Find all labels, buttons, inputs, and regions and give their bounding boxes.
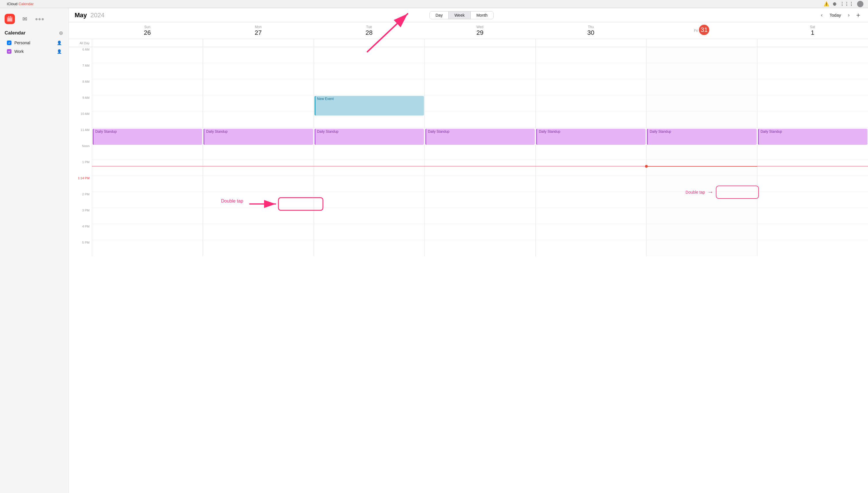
day-col-wed[interactable]: Daily Standup [425,47,535,256]
hour-sun-5pm [92,224,203,240]
day-col-sat[interactable]: Daily Standup [757,47,868,256]
event-standup-mon[interactable]: Daily Standup [204,129,313,145]
event-standup-tue[interactable]: Daily Standup [315,129,424,145]
hour-sun-10 [92,111,203,128]
prev-button[interactable]: ‹ [819,11,825,19]
event-standup-wed[interactable]: Daily Standup [426,129,535,145]
day-col-thu[interactable]: Daily Standup [535,47,646,256]
event-standup-sat[interactable]: Daily Standup [758,129,867,145]
day-header-fri: Fri 31 [646,22,757,39]
time-label-6am: 6 AM [69,47,92,63]
time-label-9am: 9 AM [69,95,92,111]
calendar-app-icon[interactable] [5,14,15,24]
time-labels: 6 AM 7 AM 8 AM 9 AM 10 AM 11 AM Noon 1 P… [69,47,92,256]
app-name: iCloud Calendar [7,2,33,6]
time-label-5pm: 5 PM [69,240,92,256]
personal-checkbox[interactable] [7,41,12,45]
time-label-11am: 11 AM [69,128,92,144]
day-header-sun: Sun 26 [92,22,203,39]
calendar-section-title: Calendar [5,30,26,36]
add-status-icon[interactable]: ⊕ [833,1,837,7]
calendar-main: May 2024 Day Week Month ‹ Today › + Sun … [69,8,868,493]
day-header-wed: Wed 29 [425,22,535,39]
more-icon[interactable]: ●●● [35,14,45,24]
view-switcher: Day Week Month [429,11,494,19]
hour-sun-9 [92,95,203,111]
next-button[interactable]: › [846,11,852,19]
allday-label: All Day [69,39,92,47]
time-label-2pm: 2 PM [69,192,92,208]
event-standup-sun[interactable]: Daily Standup [93,129,202,145]
week-view-button[interactable]: Week [449,12,471,19]
main-layout: ✉ ●●● Calendar ⊕ Personal 👤 Work 👤 M [0,8,868,493]
allday-row: All Day [69,39,868,47]
allday-cell-sat[interactable] [757,39,868,47]
top-bar-right: ⚠️ ⊕ ⋮⋮⋮ [823,1,863,7]
mail-icon[interactable]: ✉ [20,14,30,24]
day-view-button[interactable]: Day [430,12,449,19]
work-person-icon: 👤 [57,49,62,54]
allday-cell-fri[interactable] [646,39,757,47]
hour-sun-7 [92,63,203,79]
time-label-noon: Noon [69,144,92,160]
day-col-sun[interactable]: Daily Standup [92,47,203,256]
month-view-button[interactable]: Month [471,12,494,19]
current-time-line-fri [646,166,757,167]
allday-cells [92,39,868,47]
today-button[interactable]: Today [827,12,843,19]
allday-cell-tue[interactable] [314,39,425,47]
warning-status-icon[interactable]: ⚠️ [823,1,829,7]
hour-sun-4pm [92,208,203,224]
hour-sun-2pm [92,176,203,192]
day-header-thu: Thu 30 [535,22,646,39]
day-col-tue[interactable]: New Event Daily Standup [314,47,425,256]
top-bar-left: iCloud Calendar [5,2,33,6]
hour-sun-8 [92,79,203,95]
day-col-mon[interactable]: Daily Standup [203,47,314,256]
add-calendar-button[interactable]: ⊕ [58,30,64,36]
event-new-event-tue[interactable]: New Event [315,96,424,115]
allday-cell-sun[interactable] [92,39,203,47]
grid-icon[interactable]: ⋮⋮⋮ [840,1,854,7]
hour-sun-6 [92,47,203,63]
time-label-1pm: 1 PM [69,160,92,176]
work-calendar-label: Work [14,49,57,54]
personal-person-icon: 👤 [57,41,62,45]
personal-calendar-label: Personal [14,41,57,45]
svg-rect-3 [10,16,11,18]
day-header-tue: Tue 28 [314,22,425,39]
hour-sun-noon [92,144,203,160]
time-label-4pm: 4 PM [69,224,92,240]
allday-cell-mon[interactable] [203,39,314,47]
top-menu-bar: iCloud Calendar ⚠️ ⊕ ⋮⋮⋮ [0,0,868,8]
sidebar: ✉ ●●● Calendar ⊕ Personal 👤 Work 👤 [0,8,69,493]
day-col-fri[interactable]: Daily Standup [646,47,757,256]
svg-rect-2 [8,16,9,18]
time-label-8am: 8 AM [69,79,92,95]
time-label-10am: 10 AM [69,111,92,128]
hour-sun-3pm [92,192,203,208]
time-grid-container[interactable]: 6 AM 7 AM 8 AM 9 AM 10 AM 11 AM Noon 1 P… [69,47,868,493]
day-headers-row: Sun 26 Mon 27 Tue 28 Wed 29 Thu 30 Fri 3… [69,22,868,39]
time-label-7am: 7 AM [69,63,92,79]
time-column-header [69,22,92,39]
svg-rect-1 [7,18,12,21]
hour-sun-1pm [92,160,203,176]
day-header-sat: Sat 1 [757,22,868,39]
sidebar-item-personal[interactable]: Personal 👤 [2,39,66,47]
calendar-section-header: Calendar ⊕ [0,29,69,39]
calendar-title: May 2024 [75,12,105,19]
user-avatar[interactable] [857,1,863,7]
allday-cell-thu[interactable] [535,39,646,47]
sidebar-item-work[interactable]: Work 👤 [2,47,66,56]
time-label-current: 1:14 PM [69,176,92,192]
time-label-3pm: 3 PM [69,208,92,224]
work-checkbox[interactable] [7,49,12,54]
time-grid: 6 AM 7 AM 8 AM 9 AM 10 AM 11 AM Noon 1 P… [69,47,868,256]
allday-cell-wed[interactable] [425,39,535,47]
nav-controls: ‹ Today › + [819,11,862,19]
event-standup-thu[interactable]: Daily Standup [536,129,645,145]
event-standup-fri[interactable]: Daily Standup [647,129,756,145]
sidebar-icon-row: ✉ ●●● [0,12,69,29]
add-event-button[interactable]: + [854,11,862,19]
